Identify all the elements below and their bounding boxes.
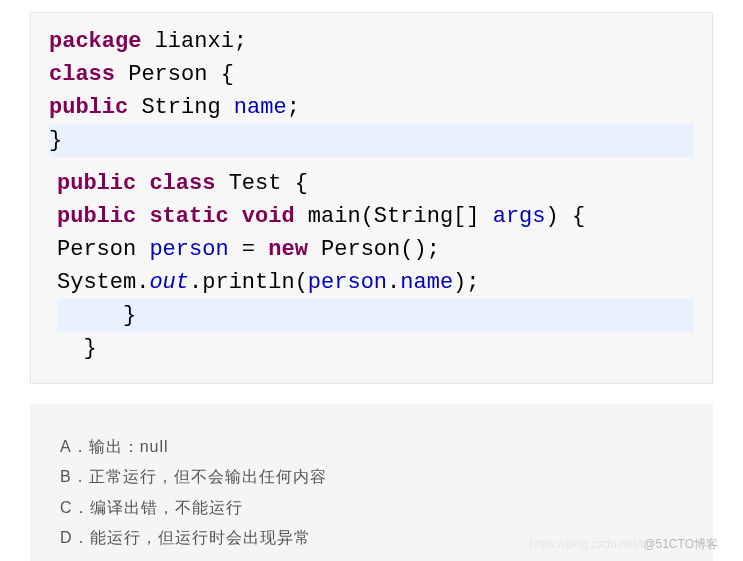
code-line-7: Person person = new Person(); (57, 233, 694, 266)
watermark-right: @51CTO博客 (643, 537, 718, 551)
field-name: name (234, 95, 287, 120)
code-line-10: } (57, 332, 694, 365)
watermark-left: https://blog.csdn.net/t (529, 537, 643, 551)
static-field-out: out (149, 270, 189, 295)
keyword-class: class (49, 62, 115, 87)
watermark: https://blog.csdn.net/t@51CTO博客 (529, 536, 718, 553)
keyword-package: package (49, 29, 141, 54)
code-line-8: System.out.println(person.name); (57, 266, 694, 299)
code-class-person: package lianxi; class Person { public St… (49, 25, 694, 157)
code-line-2: class Person { (49, 58, 694, 91)
option-b: B．正常运行，但不会输出任何内容 (60, 462, 683, 492)
option-a: A．输出：null (60, 432, 683, 462)
code-line-9: } (57, 299, 694, 332)
code-line-5: public class Test { (57, 167, 694, 200)
keyword-public: public (49, 95, 128, 120)
code-line-4: } (49, 124, 694, 157)
code-line-6: public static void main(String[] args) { (57, 200, 694, 233)
code-line-1: package lianxi; (49, 25, 694, 58)
code-line-3: public String name; (49, 91, 694, 124)
code-block: package lianxi; class Person { public St… (30, 12, 713, 384)
option-c: C．编译出错，不能运行 (60, 493, 683, 523)
code-class-test: public class Test { public static void m… (49, 167, 694, 365)
